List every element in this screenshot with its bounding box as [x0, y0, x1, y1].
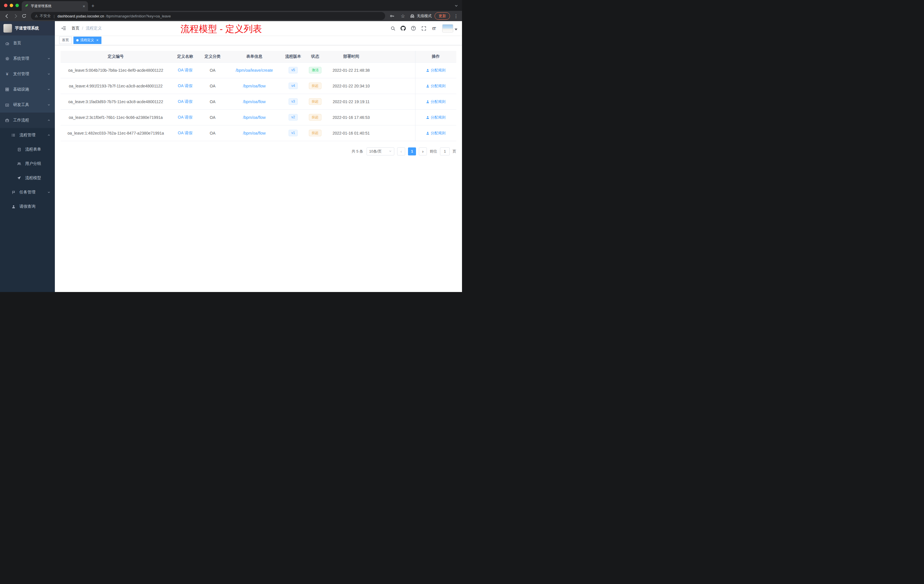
assign-rule-link[interactable]: 分配规则	[426, 99, 446, 104]
tag-label: 流程定义	[80, 38, 94, 43]
definition-name-link[interactable]: OA 请假	[178, 130, 192, 135]
bookmark-star-icon[interactable]: ☆	[399, 12, 407, 20]
cell-category: OA	[200, 125, 226, 141]
search-icon[interactable]	[389, 24, 397, 33]
document-icon	[16, 148, 22, 152]
form-info-link[interactable]: /bpm/oa/flow	[243, 131, 266, 135]
incognito-badge[interactable]: 无痕模式	[410, 13, 432, 18]
reload-button[interactable]	[20, 12, 28, 20]
page-content: 定义编号 定义名称 定义分类 表单信息 流程版本 状态 部署时间 操作	[55, 45, 462, 292]
minimize-window-button[interactable]	[10, 4, 13, 7]
next-page-button[interactable]: ›	[419, 147, 427, 155]
help-icon[interactable]	[409, 24, 418, 33]
tab-close-icon[interactable]: ×	[82, 4, 85, 8]
cell-deploy-time: 2022-01-16 17:46:53	[327, 109, 375, 125]
sidebar-item-workflow[interactable]: 工作流程	[0, 112, 55, 128]
definition-name-link[interactable]: OA 请假	[178, 115, 192, 119]
page-size-select[interactable]: 10条/页	[366, 147, 394, 155]
warning-triangle-icon: ⚠	[35, 14, 38, 18]
form-info-link[interactable]: /bpm/oa/flow	[243, 84, 266, 88]
version-badge: v2	[289, 114, 298, 121]
forward-button[interactable]	[12, 12, 20, 20]
chevron-down-icon	[48, 104, 50, 106]
sidebar-item-label: 支付管理	[13, 71, 44, 77]
sidebar-item-process-form[interactable]: 流程表单	[0, 142, 55, 157]
sidebar-item-label: 流程管理	[20, 133, 44, 138]
user-icon	[426, 100, 429, 104]
chevron-down-icon	[389, 149, 392, 153]
sidebar-item-user-group[interactable]: 用户分组	[0, 157, 55, 171]
col-header-filler	[375, 51, 415, 62]
tag-label: 首页	[62, 38, 69, 43]
page-number-1[interactable]: 1	[408, 147, 416, 155]
sidebar-item-infra[interactable]: 基础设施	[0, 82, 55, 97]
chrome-update-button[interactable]: 更新	[435, 12, 450, 20]
cell-definition-id: oa_leave:4:991f2193-7b7f-11ec-a3c8-acde4…	[61, 78, 171, 94]
status-badge: 激活	[309, 67, 322, 74]
prev-page-button[interactable]: ‹	[397, 147, 405, 155]
sidebar-item-system[interactable]: 系统管理	[0, 51, 55, 66]
back-button[interactable]	[3, 12, 11, 20]
window-controls	[4, 4, 19, 7]
definition-name-link[interactable]: OA 请假	[178, 83, 192, 88]
sidebar-item-leave-query[interactable]: 请假查询	[0, 200, 55, 214]
definition-name-link[interactable]: OA 请假	[178, 68, 192, 72]
flag-icon	[11, 191, 16, 194]
cell-definition-id: oa_leave:5:004b710b-7b8a-11ec-8ef0-acde4…	[61, 62, 171, 78]
tag-close-icon[interactable]: ×	[96, 38, 99, 42]
chevron-up-icon	[48, 119, 50, 122]
assign-rule-link[interactable]: 分配规则	[426, 68, 446, 73]
chevron-down-icon	[48, 88, 50, 91]
breadcrumb: 首页 / 流程定义	[71, 26, 102, 31]
definition-table: 定义编号 定义名称 定义分类 表单信息 流程版本 状态 部署时间 操作	[61, 51, 456, 141]
col-header-id: 定义编号	[61, 51, 171, 62]
app-shell: 芋道管理系统 首页 系统管理 ¥ 支付管理	[0, 21, 462, 292]
col-header-form: 表单信息	[226, 51, 283, 62]
sidebar-item-label: 任务管理	[20, 190, 44, 195]
github-icon[interactable]	[399, 24, 408, 33]
close-window-button[interactable]	[4, 4, 7, 7]
hamburger-icon[interactable]	[59, 24, 68, 33]
caret-down-icon	[455, 26, 457, 32]
security-warning-label[interactable]: 不安全	[40, 13, 51, 18]
chevron-down-icon	[48, 57, 50, 60]
sidebar-item-process-model[interactable]: 流程模型	[0, 171, 55, 185]
fullscreen-icon[interactable]	[419, 24, 428, 33]
assign-rule-link[interactable]: 分配规则	[426, 115, 446, 120]
sidebar-item-task-mgmt[interactable]: 任务管理	[0, 185, 55, 200]
sidebar-item-label: 流程表单	[25, 147, 50, 152]
sidebar-item-payment[interactable]: ¥ 支付管理	[0, 66, 55, 82]
form-info-link[interactable]: /bpm/oa/leave/create	[236, 68, 273, 73]
navbar-actions: tT	[389, 24, 457, 33]
user-menu[interactable]	[442, 24, 457, 32]
sidebar-item-devtools[interactable]: 研发工具	[0, 97, 55, 112]
address-bar[interactable]: ⚠ 不安全 | dashboard.yudao.iocoder.cn/bpm/m…	[31, 12, 385, 20]
top-navbar: 首页 / 流程定义 tT	[55, 21, 462, 35]
goto-page-input[interactable]	[440, 147, 450, 155]
cell-definition-id: oa_leave:1:482ec033-762a-11ec-8477-a2380…	[61, 125, 171, 141]
cell-definition-id: oa_leave:3:1fad3d93-7b75-11ec-a3c8-acde4…	[61, 94, 171, 109]
tag-process-definition[interactable]: 流程定义 ×	[73, 36, 101, 44]
sidebar-item-home[interactable]: 首页	[0, 35, 55, 51]
sidebar-item-process-mgmt[interactable]: 流程管理	[0, 128, 55, 142]
tab-title: 芋道管理系统	[31, 4, 80, 8]
form-info-link[interactable]: /bpm/oa/flow	[243, 99, 266, 104]
sidebar-item-label: 用户分组	[25, 161, 50, 166]
new-tab-button[interactable]: +	[91, 3, 94, 9]
assign-rule-link[interactable]: 分配规则	[426, 130, 446, 136]
app-logo[interactable]: 芋道管理系统	[0, 21, 55, 35]
definition-name-link[interactable]: OA 请假	[178, 99, 192, 104]
breadcrumb-home[interactable]: 首页	[71, 26, 79, 31]
status-badge: 挂起	[309, 98, 322, 105]
maximize-window-button[interactable]	[15, 4, 19, 7]
font-size-icon[interactable]: tT	[430, 24, 438, 33]
password-key-icon[interactable]	[388, 12, 396, 20]
version-badge: v1	[289, 130, 298, 137]
tab-search-chevron-icon[interactable]	[455, 3, 458, 8]
browser-tab[interactable]: 芋道管理系统 ×	[22, 1, 88, 11]
sidebar-item-label: 基础设施	[13, 87, 44, 92]
browser-menu-icon[interactable]: ⋮	[453, 13, 459, 19]
form-info-link[interactable]: /bpm/oa/flow	[243, 115, 266, 120]
assign-rule-link[interactable]: 分配规则	[426, 83, 446, 89]
tag-home[interactable]: 首页	[59, 36, 72, 44]
